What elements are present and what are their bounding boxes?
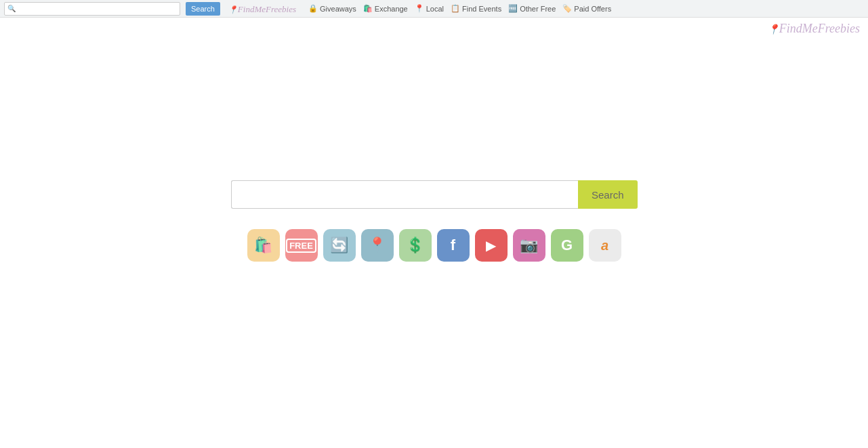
nav-item-paid-offers[interactable]: 🏷️ Paid Offers (562, 4, 611, 13)
icon-youtube[interactable]: ▶ (475, 229, 508, 262)
main-logo-topright[interactable]: 📍FindMeFreebies (768, 22, 860, 36)
local-icon: 📍 (415, 4, 424, 13)
other-free-icon: 🆓 (508, 4, 518, 13)
top-search-icon: 🔍 (7, 5, 16, 12)
amazon-icon: a (601, 238, 608, 253)
top-logo-pin-icon: 📍 (228, 5, 238, 14)
exchange-icon: 🔄 (330, 237, 348, 254)
nav-item-local[interactable]: 📍 Local (415, 4, 444, 13)
nav-item-exchange[interactable]: 🛍️ Exchange (363, 4, 408, 13)
paid-offers-icon: 🏷️ (562, 4, 572, 13)
free-icon: FREE (286, 239, 316, 253)
top-search-input[interactable] (18, 5, 177, 13)
local-icon-strip: 📍 (368, 237, 386, 254)
facebook-icon: f (451, 237, 455, 254)
icon-google[interactable]: G (551, 229, 583, 262)
icon-local[interactable]: 📍 (361, 229, 394, 262)
nav-item-other-free[interactable]: 🆓 Other Free (508, 4, 556, 13)
giveaways-icon: 🔒 (308, 4, 318, 13)
icon-strip: 🛍️ FREE 🔄 📍 💲 f ▶ 📷 G a (247, 229, 621, 262)
center-area: Search 🛍️ FREE 🔄 📍 💲 f ▶ 📷 G (0, 180, 868, 262)
icon-instagram[interactable]: 📷 (513, 229, 545, 262)
instagram-icon: 📷 (520, 237, 538, 254)
icon-exchange[interactable]: 🔄 (323, 229, 356, 262)
icon-amazon[interactable]: a (589, 229, 621, 262)
center-search-form: Search (231, 180, 638, 209)
top-nav-links: 🔒 Giveaways 🛍️ Exchange 📍 Local 📋 Find E… (308, 4, 611, 13)
icon-dollar[interactable]: 💲 (399, 229, 432, 262)
nav-other-free-label: Other Free (520, 5, 556, 13)
top-navigation-bar: 🔍 Search 📍FindMeFreebies 🔒 Giveaways 🛍️ … (0, 0, 868, 18)
icon-free[interactable]: FREE (285, 229, 318, 262)
center-search-input[interactable] (231, 180, 578, 209)
top-search-wrapper: 🔍 (4, 2, 180, 16)
exchange-icon: 🛍️ (363, 4, 373, 13)
nav-item-giveaways[interactable]: 🔒 Giveaways (308, 4, 356, 13)
shop-icon: 🛍️ (254, 237, 272, 254)
nav-exchange-label: Exchange (375, 5, 408, 13)
nav-local-label: Local (426, 5, 444, 13)
find-events-icon: 📋 (451, 4, 460, 13)
youtube-icon: ▶ (486, 237, 496, 253)
nav-item-find-events[interactable]: 📋 Find Events (451, 4, 501, 13)
main-logo-text: FindMeFreebies (779, 22, 860, 35)
top-search-button[interactable]: Search (186, 2, 220, 16)
center-search-button[interactable]: Search (578, 180, 638, 209)
top-logo[interactable]: 📍FindMeFreebies (228, 3, 296, 15)
icon-shop[interactable]: 🛍️ (247, 229, 280, 262)
nav-giveaways-label: Giveaways (320, 5, 356, 13)
dollar-icon: 💲 (406, 237, 424, 254)
main-logo-pin-icon: 📍 (768, 24, 779, 35)
top-logo-text: FindMeFreebies (238, 4, 296, 14)
nav-paid-offers-label: Paid Offers (574, 5, 611, 13)
icon-facebook[interactable]: f (437, 229, 470, 262)
nav-find-events-label: Find Events (462, 5, 501, 13)
google-icon: G (561, 237, 573, 254)
